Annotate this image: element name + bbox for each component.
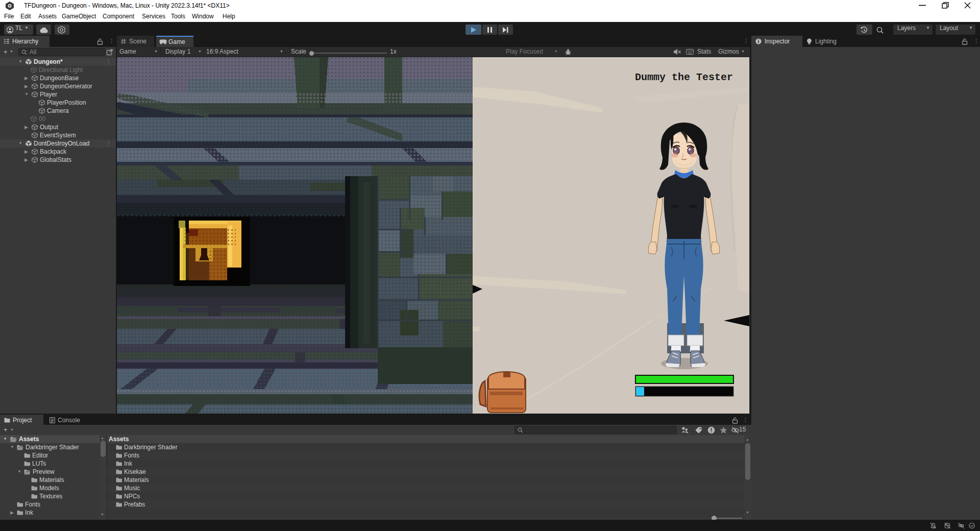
svg-text:Dummy the Tester: Dummy the Tester [635,71,733,83]
